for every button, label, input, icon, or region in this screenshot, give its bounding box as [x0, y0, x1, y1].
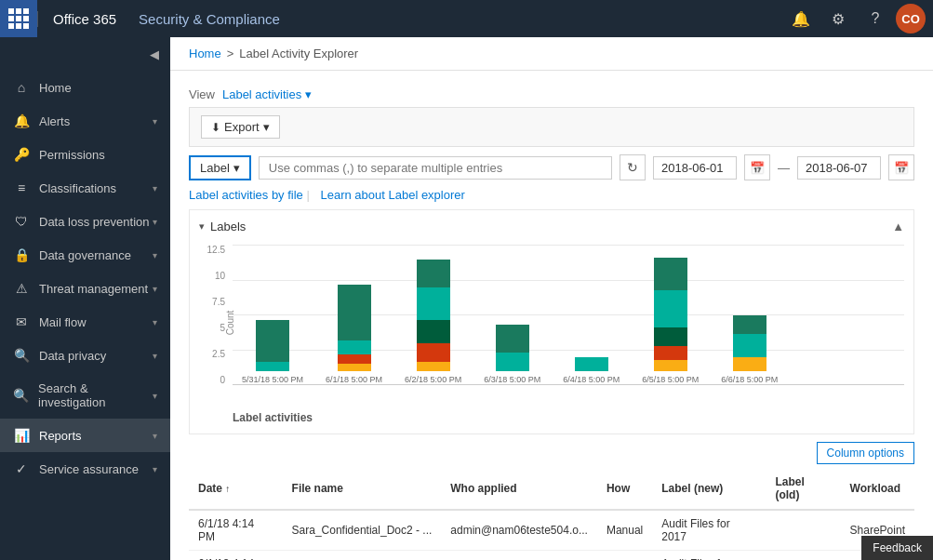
sidebar-item-label: Classifications — [39, 181, 116, 195]
calendar-from-button[interactable]: 📅 — [744, 154, 770, 180]
bars-area: 5/31/18 5:00 PM 6/1/18 5:00 PM — [233, 241, 904, 384]
y-value: 2.5 — [199, 349, 225, 359]
labels-section-toggle[interactable]: ▾ Labels — [199, 220, 246, 233]
help-icon[interactable]: ? — [859, 0, 892, 37]
label-filter-text: Label — [200, 161, 230, 175]
export-chevron-icon: ▾ — [263, 120, 270, 134]
permissions-icon: 🔑 — [13, 147, 30, 162]
topbar-actions: 🔔 ⚙ ? CO — [784, 0, 933, 37]
home-icon: ⌂ — [13, 80, 30, 95]
bar-label: 6/6/18 5:00 PM — [721, 375, 778, 384]
chevron-down-icon: ▾ — [153, 183, 157, 193]
bar-group: 6/3/18 5:00 PM — [484, 325, 540, 384]
refresh-button[interactable]: ↻ — [620, 154, 646, 180]
feedback-button[interactable]: Feedback — [861, 536, 933, 560]
breadcrumb-current: Label Activity Explorer — [239, 47, 358, 60]
y-value: 7.5 — [199, 297, 225, 307]
search-icon: 🔍 — [13, 388, 29, 403]
bar-segment — [496, 353, 529, 371]
cell-filename: Sara_Confidential_Doc3.d... — [283, 551, 442, 561]
app-product: Security & Compliance — [131, 11, 287, 27]
filter-row: Label ▾ ↻ 📅 — 📅 — [189, 154, 914, 180]
bar — [733, 315, 766, 371]
calendar-to-button[interactable]: 📅 — [888, 154, 914, 180]
breadcrumb-separator: > — [227, 47, 234, 60]
table-wrapper: Date ↑ File name Who applied How Label (… — [189, 468, 914, 560]
avatar[interactable]: CO — [896, 4, 926, 33]
sidebar-item-data-governance[interactable]: 🔒 Data governance ▾ — [0, 238, 170, 272]
sidebar-item-label: Alerts — [39, 114, 70, 128]
sidebar-item-dlp[interactable]: 🛡 Data loss prevention ▾ — [0, 205, 170, 238]
chevron-down-icon: ▾ — [153, 116, 157, 127]
filter-input[interactable] — [259, 156, 612, 180]
label-chevron-icon: ▾ — [233, 161, 240, 175]
calendar-icon: 📅 — [894, 161, 909, 175]
date-to-input[interactable] — [797, 156, 881, 180]
sidebar-item-permissions[interactable]: 🔑 Permissions — [0, 138, 170, 171]
cell-label-new: Audit Files for 2017 — [652, 510, 766, 551]
bar-chart: 12.5 10 7.5 5 2.5 0 — [199, 241, 904, 404]
settings-icon[interactable]: ⚙ — [821, 0, 855, 37]
sidebar-item-label: Data governance — [39, 248, 131, 262]
sidebar-item-classifications[interactable]: ≡ Classifications ▾ — [0, 171, 170, 205]
sidebar-item-service-assurance[interactable]: ✓ Service assurance ▾ — [0, 452, 170, 486]
view-link[interactable]: Label activities ▾ — [222, 87, 312, 101]
app-suite: Office 365 — [37, 11, 131, 27]
view-link-text: Label activities — [222, 87, 301, 101]
cell-who-applied: admin@nam06teste504.o... — [441, 551, 597, 561]
cell-label-old — [766, 510, 840, 551]
privacy-icon: 🔍 — [13, 348, 30, 363]
export-button[interactable]: ⬇ Export ▾ — [201, 115, 280, 139]
sidebar-item-search[interactable]: 🔍 Search & investigation ▾ — [0, 372, 170, 419]
data-table: Date ↑ File name Who applied How Label (… — [189, 468, 914, 560]
col-who-applied: Who applied — [441, 468, 597, 510]
sidebar-item-mail-flow[interactable]: ✉ Mail flow ▾ — [0, 305, 170, 339]
sidebar-item-alerts[interactable]: 🔔 Alerts ▾ — [0, 104, 170, 138]
y-axis-label: Count — [225, 310, 235, 335]
chevron-down-icon: ▾ — [153, 284, 157, 294]
col-date[interactable]: Date ↑ — [189, 468, 283, 510]
label-activities-by-file-link[interactable]: Label activities by file — [189, 188, 303, 202]
cell-how: Manual — [597, 510, 652, 551]
waffle-menu[interactable] — [0, 0, 37, 37]
refresh-icon: ↻ — [627, 160, 638, 175]
bar — [496, 325, 529, 371]
sidebar-item-label: Search & investigation — [38, 381, 153, 409]
notifications-icon[interactable]: 🔔 — [784, 0, 818, 37]
sidebar-item-label: Home — [39, 81, 72, 95]
bar — [338, 285, 371, 371]
chevron-down-icon: ▾ — [153, 317, 157, 327]
cell-label-new: Audit Files for 2017 — [652, 551, 766, 561]
classifications-icon: ≡ — [13, 180, 30, 195]
y-value: 10 — [199, 271, 225, 281]
col-label-old: Label (old) — [766, 468, 840, 510]
cell-date: 6/1/18 4:14 PM — [189, 551, 283, 561]
bar-segment — [417, 287, 450, 320]
bar-segment — [733, 315, 766, 334]
export-label: Export — [224, 120, 260, 134]
sidebar-item-reports[interactable]: 📊 Reports ▾ — [0, 419, 170, 452]
sidebar-item-label: Service assurance — [39, 462, 139, 476]
collapse-up-icon[interactable]: ▲ — [892, 220, 904, 233]
data-governance-icon: 🔒 — [13, 247, 30, 262]
sidebar-item-threat-management[interactable]: ⚠ Threat management ▾ — [0, 272, 170, 305]
label-dropdown[interactable]: Label ▾ — [189, 155, 251, 180]
bar-segment — [338, 340, 371, 354]
column-options-button[interactable]: Column options — [817, 442, 914, 464]
dlp-icon: 🛡 — [13, 214, 30, 229]
table-header-actions: Column options — [189, 442, 914, 464]
table-row: 6/1/18 4:14 PM Sara_Confidential_Doc3.d.… — [189, 551, 914, 561]
sidebar-item-data-privacy[interactable]: 🔍 Data privacy ▾ — [0, 339, 170, 372]
table-header-row: Date ↑ File name Who applied How Label (… — [189, 468, 914, 510]
learn-about-label-explorer-link[interactable]: Learn about Label explorer — [320, 188, 464, 202]
breadcrumb-home[interactable]: Home — [189, 47, 221, 60]
topbar: Office 365 Security & Compliance 🔔 ⚙ ? C… — [0, 0, 933, 37]
bar-segment — [338, 364, 371, 371]
date-from-input[interactable] — [653, 156, 737, 180]
bar-segment — [733, 357, 766, 371]
sidebar-item-label: Threat management — [39, 282, 148, 296]
bar-segment — [338, 354, 371, 364]
sidebar-item-home[interactable]: ⌂ Home — [0, 71, 170, 104]
sidebar-collapse-button[interactable]: ◀ — [0, 37, 170, 71]
assurance-icon: ✓ — [13, 461, 30, 476]
